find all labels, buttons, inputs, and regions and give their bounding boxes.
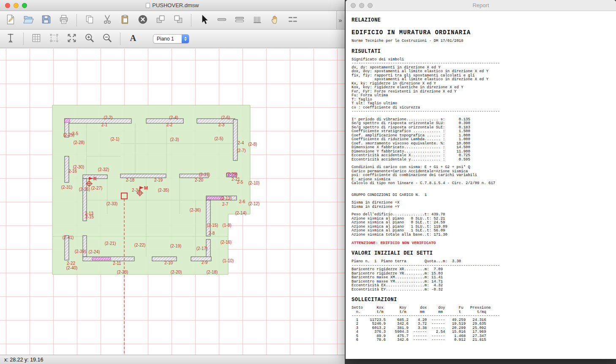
report-line: GRUPPO CONDIZIONI DI CARICO N. 1 <box>352 193 616 198</box>
zoom-window-button[interactable] <box>368 3 373 8</box>
delete-button[interactable] <box>134 13 152 28</box>
slab-field-label: (2-32) <box>98 168 109 172</box>
cut-button[interactable] <box>98 13 116 28</box>
wall-number-label: 2-5 <box>72 132 78 136</box>
slab-field-label: (2-14) <box>235 211 247 215</box>
slab-field-label: (2-19) <box>170 244 182 248</box>
toolbar-overflow-button[interactable]: » <box>336 11 344 29</box>
report-line <box>352 24 616 28</box>
new-document-button[interactable] <box>2 13 19 28</box>
view-toolbar: A Piano 1 <box>0 30 345 48</box>
report-line: 6 78.6 342.6 ------ ------ 0.912 21.815 <box>352 338 616 342</box>
slab-field-label: (2-39) <box>75 250 86 254</box>
zoom-in-icon <box>84 33 95 45</box>
zoom-extents-button[interactable] <box>63 31 81 46</box>
pushover-app-window: PUSHOVER.dmsw » A Piano 1 RM (2-2)(2-4)(… <box>0 0 345 364</box>
hatch-button[interactable] <box>248 13 266 28</box>
slab-field-label: (2-2) <box>104 116 112 120</box>
report-line: Azione sismica totale alla base..t: 171.… <box>352 233 616 237</box>
plumb-tool-button[interactable] <box>2 31 19 46</box>
slab-field-label: (1-10) <box>223 259 234 263</box>
floor-selector[interactable]: Piano 1 <box>153 34 189 43</box>
copy-button[interactable] <box>81 13 98 28</box>
toolbar-separator <box>76 14 77 27</box>
slab-field-label: (2-33) <box>106 202 118 206</box>
grid-button[interactable] <box>27 31 45 46</box>
report-line: Eccentricità EY.................m: -0.32 <box>352 288 616 292</box>
wall-single-icon <box>216 14 227 27</box>
status-bar: x: 28.22 y: 19.16 <box>0 355 345 364</box>
paste-icon <box>120 14 131 27</box>
slab-field-label: (2-29) <box>226 172 238 177</box>
slab-field-label: (2-6) <box>221 116 230 120</box>
open-icon <box>23 14 34 27</box>
slab-field-label: (2-13) <box>221 196 232 201</box>
slab-field-label: (2-24) <box>89 250 100 254</box>
report-window-titlebar[interactable]: Report <box>346 0 616 11</box>
pan-hand-icon <box>270 14 281 27</box>
slab-field-label: (2-10) <box>248 181 260 185</box>
slab-field-label: (2-5) <box>214 137 223 141</box>
zoom-window-button[interactable] <box>45 31 63 46</box>
pan-hand-button[interactable] <box>266 13 284 28</box>
wall-number-label: 2-18 <box>126 178 134 182</box>
report-line <box>352 43 616 47</box>
slab-field-label: (2-26) <box>79 187 90 192</box>
slab-field-label: (2-12) <box>248 202 260 206</box>
send-back-icon <box>173 14 184 27</box>
drawing-canvas[interactable]: RM (2-2)(2-4)(2-6)2-12-22-3(2-25)2-5(2-2… <box>0 49 345 355</box>
close-window-button[interactable] <box>5 3 10 8</box>
print-icon <box>58 14 69 27</box>
chevron-double-right-icon: » <box>338 16 342 24</box>
plumb-tool-icon <box>5 33 16 45</box>
zoom-window-icon <box>49 33 60 45</box>
report-line <box>352 292 616 296</box>
open-button[interactable] <box>19 13 37 28</box>
print-button[interactable] <box>55 13 73 28</box>
slab-field-label: (2-4) <box>169 116 178 120</box>
copy-icon <box>84 14 95 27</box>
save-button[interactable] <box>37 13 55 28</box>
report-heading: SOLLECITAZIONI <box>352 297 616 303</box>
delete-icon <box>137 14 148 27</box>
wall-number-label: 2-5 <box>237 180 243 185</box>
bring-front-icon <box>155 14 166 27</box>
zoom-window-button[interactable] <box>22 3 27 8</box>
report-content: RELAZIONEEDIFICIO IN MURATURA ORDINARIAN… <box>346 11 616 354</box>
slab-field-label: (1-8) <box>222 223 231 228</box>
floor-selector-value: Piano 1 <box>153 36 182 42</box>
bring-front-button[interactable] <box>152 13 169 28</box>
slab-field-label: (2-16) <box>221 240 232 244</box>
wall-number-label: 2-4 <box>238 141 244 145</box>
wall-single-button[interactable] <box>213 13 231 28</box>
report-heading: RELAZIONE <box>352 17 616 24</box>
wall-number-label: 2-8 <box>209 231 215 236</box>
slab-field-label: (2-17) <box>196 247 208 251</box>
zoom-out-button[interactable] <box>98 31 116 46</box>
minimize-window-button[interactable] <box>359 3 364 8</box>
toolbar-separator <box>120 33 120 45</box>
slab-field-label: (2-37) <box>199 173 210 177</box>
report-heading: VALORI INIZIALI DEI SETTI <box>352 250 616 257</box>
text-button[interactable]: A <box>124 31 142 46</box>
wall-number-label: 2-3 <box>218 123 224 127</box>
dimension-button[interactable] <box>284 13 302 28</box>
slab-field-label: (2-3) <box>170 138 179 142</box>
document-proxy-icon <box>146 3 150 8</box>
wall-number-label: 2-19 <box>154 178 163 182</box>
left-window-titlebar[interactable]: PUSHOVER.dmsw <box>0 0 345 11</box>
zoom-in-button[interactable] <box>81 31 98 46</box>
report-line: ----------------------------------------… <box>352 110 616 114</box>
close-window-button[interactable] <box>351 3 356 8</box>
toolbar-separator <box>23 33 24 45</box>
wall-number-label: 2-22 <box>67 261 75 266</box>
minimize-window-button[interactable] <box>14 3 19 8</box>
wall-double-button[interactable] <box>231 13 248 28</box>
wall-number-label: 2-11 <box>113 261 121 266</box>
cut-icon <box>102 14 113 27</box>
slab-field-label: (2-22) <box>134 243 146 247</box>
send-back-button[interactable] <box>169 13 187 28</box>
paste-button[interactable] <box>116 13 134 28</box>
wall-number-label: 2-20 <box>195 178 203 182</box>
select-button[interactable] <box>195 13 213 28</box>
